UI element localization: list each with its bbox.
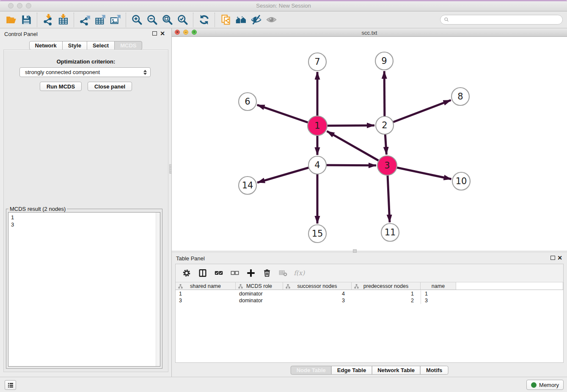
toolbar-group — [218, 13, 279, 27]
table-row[interactable]: 3dominator323 — [176, 297, 563, 304]
column-header-predecessor-nodes[interactable]: predecessor nodes — [352, 282, 421, 290]
node-1[interactable]: 1 — [308, 116, 327, 135]
tab-select[interactable]: Select — [87, 41, 115, 50]
deselect-all-rows-button[interactable] — [228, 266, 242, 280]
close-table-panel-icon[interactable]: ✕ — [557, 254, 563, 261]
search-input[interactable] — [451, 17, 559, 23]
mcds-result-title: MCDS result (2 nodes) — [8, 206, 67, 212]
svg-text:9: 9 — [381, 56, 387, 66]
node-10[interactable]: 10 — [452, 172, 470, 190]
delete-table-button — [276, 266, 290, 280]
cell-MCDS-role[interactable]: dominator — [236, 297, 283, 304]
import-network-button[interactable] — [40, 13, 55, 27]
cell-shared-name[interactable]: 3 — [176, 297, 236, 304]
delete-row-icon — [262, 268, 272, 278]
node-3[interactable]: 3 — [377, 156, 397, 175]
svg-text:4: 4 — [314, 160, 320, 170]
node-11[interactable]: 11 — [381, 224, 399, 241]
column-header-MCDS-role[interactable]: MCDS role — [236, 282, 283, 290]
task-history-button[interactable] — [5, 380, 16, 390]
zoom-fit-button[interactable] — [160, 13, 175, 27]
memory-label: Memory — [539, 382, 559, 388]
node-8[interactable]: 8 — [451, 88, 469, 105]
open-session-button[interactable] — [3, 13, 19, 27]
edge-2-8[interactable] — [385, 100, 451, 125]
main-titlebar: Session: New Session — [0, 0, 567, 11]
memory-button[interactable]: Memory — [526, 380, 564, 390]
close-panel-button[interactable]: Close panel — [88, 82, 132, 91]
tab-motifs[interactable]: Motifs — [420, 366, 448, 375]
column-header-filler — [456, 282, 563, 290]
sort-tree-icon — [238, 284, 243, 289]
table-rows: 1dominator4113dominator323 — [176, 290, 563, 362]
export-network-button[interactable] — [77, 13, 92, 27]
close-panel-icon[interactable]: ✕ — [160, 30, 165, 37]
toolbar-group — [77, 13, 123, 27]
cell-successor-nodes[interactable]: 3 — [283, 297, 352, 304]
home-layout-icon — [235, 14, 247, 25]
export-image-button[interactable] — [107, 13, 123, 27]
float-table-panel-icon[interactable] — [550, 256, 555, 260]
optimization-criterion-select[interactable]: strongly connected component — [19, 67, 151, 77]
edge-3-1[interactable] — [327, 131, 387, 166]
node-4[interactable]: 4 — [308, 156, 326, 174]
import-table-button[interactable] — [55, 13, 71, 27]
zoom-in-button[interactable] — [129, 13, 144, 27]
cell-predecessor-nodes[interactable]: 1 — [352, 290, 421, 297]
cell-shared-name[interactable]: 1 — [176, 290, 236, 297]
copy-network-view-button[interactable] — [218, 13, 233, 27]
node-2[interactable]: 2 — [376, 116, 394, 134]
cell-predecessor-nodes[interactable]: 2 — [352, 297, 421, 304]
select-all-rows-button[interactable] — [212, 266, 226, 280]
node-9[interactable]: 9 — [375, 52, 393, 70]
column-header-successor-nodes[interactable]: successor nodes — [283, 282, 352, 290]
network-resize-grip[interactable] — [353, 249, 357, 253]
table-panel: Table Panel ✕ f(x) shared nameMCDS roles… — [172, 253, 567, 377]
edge-4-14[interactable] — [257, 165, 317, 182]
tab-node-table[interactable]: Node Table — [291, 366, 332, 375]
add-row-button[interactable] — [244, 266, 258, 280]
cell-MCDS-role[interactable]: dominator — [236, 290, 283, 297]
toolbar-group — [129, 13, 190, 27]
toolbar-separator — [193, 13, 193, 27]
tab-mcds[interactable]: MCDS — [114, 41, 142, 50]
column-header-name[interactable]: name — [421, 282, 456, 290]
result-line: 1 — [11, 214, 154, 221]
sort-tree-icon — [286, 284, 290, 289]
gear-button[interactable] — [180, 266, 193, 280]
cell-name[interactable]: 1 — [421, 290, 456, 297]
tab-edge-table[interactable]: Edge Table — [331, 366, 372, 375]
cell-successor-nodes[interactable]: 4 — [283, 290, 352, 297]
tab-network[interactable]: Network — [29, 41, 63, 50]
cell-name[interactable]: 3 — [421, 297, 456, 304]
node-15[interactable]: 15 — [308, 225, 326, 243]
zoom-out-button[interactable] — [144, 13, 160, 27]
search-field[interactable] — [440, 15, 563, 25]
result-scrollbar[interactable] — [156, 213, 160, 366]
node-14[interactable]: 14 — [239, 177, 256, 194]
table-tabs: Node TableEdge TableNetwork TableMotifs — [291, 366, 449, 375]
criterion-value: strongly connected component — [25, 69, 100, 75]
zoom-selected-button[interactable] — [175, 13, 190, 27]
node-7[interactable]: 7 — [308, 53, 326, 71]
column-header-shared-name[interactable]: shared name — [176, 282, 236, 290]
hide-graphics-details-icon — [250, 14, 262, 25]
save-session-button[interactable] — [19, 13, 34, 27]
zoom-fit-icon — [162, 14, 173, 25]
delete-row-button[interactable] — [260, 266, 274, 280]
main-toolbar — [0, 11, 567, 28]
home-layout-button[interactable] — [233, 13, 248, 27]
float-panel-icon[interactable] — [152, 31, 157, 36]
network-canvas[interactable]: 7968124314101511 — [172, 37, 567, 251]
table-row[interactable]: 1dominator411 — [176, 290, 563, 297]
node-6[interactable]: 6 — [239, 93, 256, 110]
hide-graphics-details-button[interactable] — [248, 13, 264, 27]
run-mcds-button[interactable]: Run MCDS — [40, 82, 82, 91]
tab-style[interactable]: Style — [62, 41, 87, 50]
mcds-result-lines: 13 — [11, 214, 154, 228]
split-columns-button[interactable] — [196, 266, 209, 280]
tab-network-table[interactable]: Network Table — [372, 366, 421, 375]
export-table-button[interactable] — [92, 13, 107, 27]
refresh-network-button[interactable] — [196, 13, 212, 27]
export-image-icon — [110, 14, 121, 25]
